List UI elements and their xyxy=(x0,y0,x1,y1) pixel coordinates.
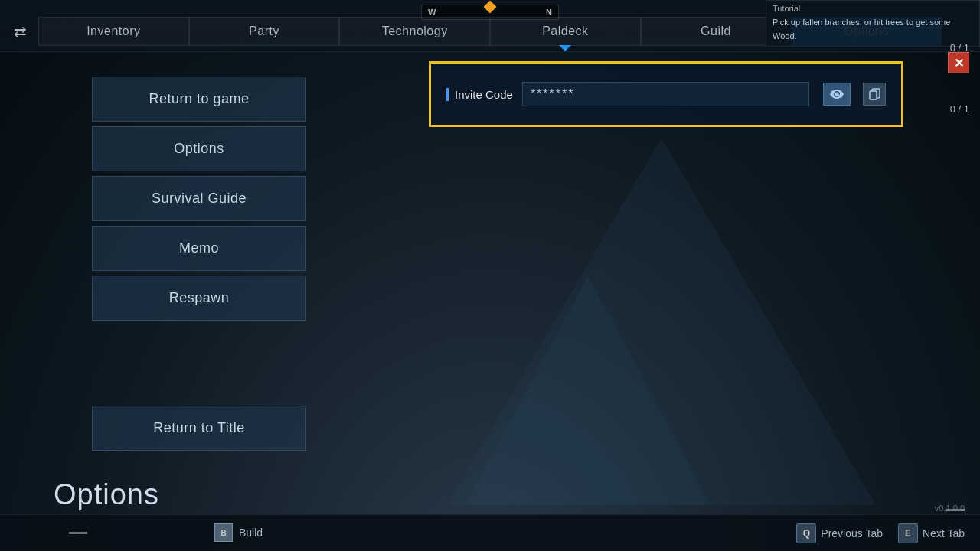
version-text: v0.1.0.0 xyxy=(935,504,965,513)
compass-north: N xyxy=(546,8,552,17)
compass-marker xyxy=(484,1,497,14)
sync-icon: ⇄ xyxy=(14,22,27,41)
svg-rect-1 xyxy=(870,91,877,99)
previous-tab-label: Previous Tab xyxy=(821,527,883,540)
tab-nav-right: Q Previous Tab E Next Tab xyxy=(796,523,965,543)
build-key-icon: B xyxy=(214,523,233,542)
bg-decoration-triangle-inner xyxy=(466,276,710,505)
close-button[interactable]: ✕ xyxy=(948,52,969,73)
return-to-title-area: Return to Title xyxy=(92,406,306,451)
memo-button[interactable]: Memo xyxy=(92,226,306,271)
topbar: ⇄ W N Inventory Party Technology Paldeck… xyxy=(0,0,980,52)
invite-input-wrap xyxy=(522,82,809,106)
build-label: Build xyxy=(239,527,263,539)
previous-tab-button[interactable]: Q Previous Tab xyxy=(796,523,883,543)
tab-inventory[interactable]: Inventory xyxy=(38,17,189,46)
bottombar: B Build Q Previous Tab E Next Tab xyxy=(0,514,980,551)
previous-tab-key: Q xyxy=(796,523,816,543)
invite-code-label: Invite Code xyxy=(446,88,513,101)
toggle-visibility-button[interactable] xyxy=(823,83,851,106)
options-button[interactable]: Options xyxy=(92,126,306,171)
copy-icon xyxy=(869,88,880,100)
next-tab-key: E xyxy=(898,523,918,543)
tab-paldeck-arrow xyxy=(559,45,571,51)
tab-technology[interactable]: Technology xyxy=(339,17,490,46)
return-to-title-button[interactable]: Return to Title xyxy=(92,406,306,451)
invite-panel: Invite Code xyxy=(429,61,903,127)
tutorial-badge: Tutorial Pick up fallen branches, or hit… xyxy=(766,0,980,47)
respawn-button[interactable]: Respawn xyxy=(92,276,306,321)
next-tab-label: Next Tab xyxy=(923,527,965,540)
invite-code-input[interactable] xyxy=(531,87,801,101)
return-to-game-button[interactable]: Return to game xyxy=(92,77,306,122)
tab-party[interactable]: Party xyxy=(189,17,340,46)
invite-row: Invite Code xyxy=(446,82,886,106)
eye-icon xyxy=(830,90,844,99)
compass-west: W xyxy=(428,8,436,17)
next-tab-button[interactable]: E Next Tab xyxy=(898,523,965,543)
tab-paldeck[interactable]: Paldeck xyxy=(490,17,641,46)
left-menu: Return to game Options Survival Guide Me… xyxy=(92,77,306,321)
survival-guide-button[interactable]: Survival Guide xyxy=(92,176,306,221)
page-title: Options xyxy=(54,478,159,511)
bottom-left-dash xyxy=(69,532,87,534)
counter-mid: 0 / 1 xyxy=(950,103,969,115)
copy-button[interactable] xyxy=(863,83,886,106)
build-button-area: B Build xyxy=(214,523,263,542)
